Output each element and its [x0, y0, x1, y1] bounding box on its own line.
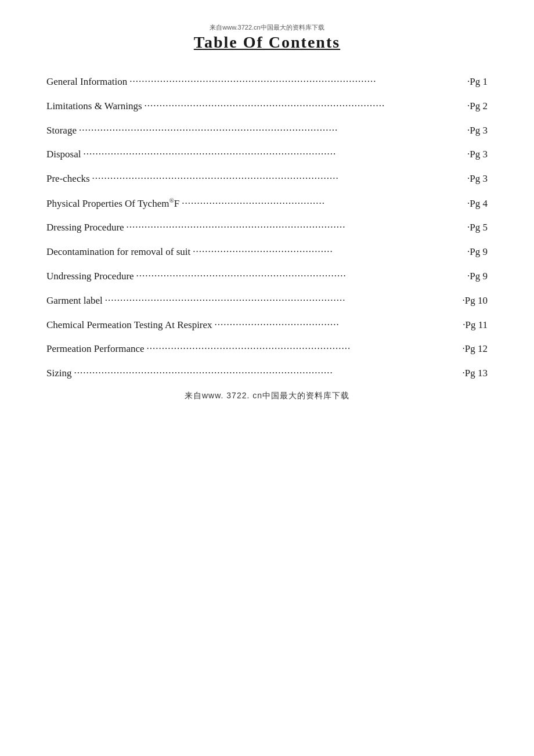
toc-row: Chemical Permeation Testing At Respirex·…	[46, 318, 488, 332]
toc-page-number: ·Pg 9	[467, 269, 488, 283]
toc-label: Undressing Procedure	[46, 269, 134, 283]
toc-row: Limitations & Warnings··················…	[46, 99, 488, 113]
toc-label: Chemical Permeation Testing At Respirex	[46, 318, 212, 332]
toc-page-number: ·Pg 1	[467, 75, 488, 89]
toc-dots: ········································…	[79, 124, 465, 138]
toc-page-number: ·Pg 2	[467, 99, 488, 113]
toc-label: Permeation Performance	[46, 342, 145, 356]
toc-label: Disposal	[46, 147, 81, 161]
toc-dots: ········································…	[136, 269, 465, 283]
toc-label: Physical Properties Of Tychem®F	[46, 196, 179, 210]
toc-row: Dressing Procedure······················…	[46, 221, 488, 235]
toc-dots: ········································…	[215, 318, 461, 332]
toc-page-number: ·Pg 9	[467, 245, 488, 259]
toc-dots: ········································…	[74, 366, 460, 380]
toc-label: Sizing	[46, 366, 71, 380]
toc-page-number: ·Pg 5	[467, 221, 488, 235]
page: 来自www.3722.cn中国最大的资料库下载 Table Of Content…	[0, 0, 534, 756]
toc-row: Decontamination for removal of suit·····…	[46, 245, 488, 259]
watermark-top: 来自www.3722.cn中国最大的资料库下载	[46, 23, 488, 32]
toc-label: Storage	[46, 124, 77, 138]
toc-row: Disposal································…	[46, 147, 488, 161]
toc-dots: ········································…	[127, 221, 465, 235]
toc-page-number: ·Pg 12	[463, 342, 488, 356]
toc-row: Physical Properties Of Tychem®F·········…	[46, 196, 488, 210]
toc-label: Limitations & Warnings	[46, 99, 142, 113]
toc-label: Dressing Procedure	[46, 221, 124, 235]
toc-row: Storage·································…	[46, 124, 488, 138]
page-title: Table Of Contents	[46, 33, 488, 52]
toc-row: Pre-checks······························…	[46, 172, 488, 186]
toc-page-number: ·Pg 13	[463, 366, 488, 380]
toc-dots: ········································…	[129, 75, 465, 89]
toc-dots: ········································…	[84, 147, 466, 161]
toc-page-number: ·Pg 3	[467, 147, 488, 161]
toc-page-number: ·Pg 11	[463, 318, 488, 332]
toc-row: Permeation Performance··················…	[46, 342, 488, 356]
toc-row: General Information·····················…	[46, 75, 488, 89]
toc-dots: ········································…	[193, 245, 465, 259]
toc-dots: ········································…	[147, 342, 460, 356]
toc-row: Garment label···························…	[46, 294, 488, 308]
toc-dots: ········································…	[182, 197, 465, 211]
toc-row: Undressing Procedure····················…	[46, 269, 488, 283]
toc-label: Garment label	[46, 294, 103, 308]
toc-label: General Information	[46, 75, 127, 89]
toc-dots: ········································…	[105, 294, 460, 308]
toc-page-number: ·Pg 3	[467, 172, 488, 186]
toc-label: Pre-checks	[46, 172, 90, 186]
toc-row: Sizing··································…	[46, 366, 488, 380]
toc-page-number: ·Pg 4	[467, 197, 488, 211]
toc-dots: ········································…	[145, 99, 466, 113]
watermark-bottom: 来自www. 3722. cn中国最大的资料库下载	[46, 391, 488, 401]
toc-container: General Information·····················…	[46, 75, 488, 380]
toc-page-number: ·Pg 3	[467, 124, 488, 138]
toc-label: Decontamination for removal of suit	[46, 245, 190, 259]
toc-dots: ········································…	[92, 172, 465, 186]
toc-page-number: ·Pg 10	[463, 294, 488, 308]
